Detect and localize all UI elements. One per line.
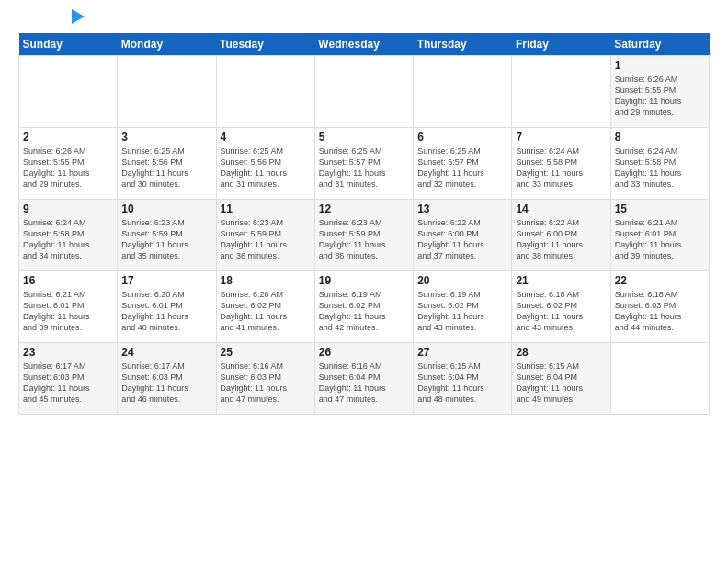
day-cell: 10Sunrise: 6:23 AM Sunset: 5:59 PM Dayli… bbox=[118, 200, 216, 271]
header-cell-thursday: Thursday bbox=[414, 33, 512, 56]
day-info: Sunrise: 6:22 AM Sunset: 6:00 PM Dayligh… bbox=[516, 217, 606, 262]
day-number: 19 bbox=[319, 274, 409, 287]
day-number: 5 bbox=[319, 131, 409, 144]
day-cell bbox=[512, 56, 610, 128]
day-cell: 9Sunrise: 6:24 AM Sunset: 5:58 PM Daylig… bbox=[19, 200, 118, 271]
day-cell bbox=[118, 56, 216, 128]
day-cell: 15Sunrise: 6:21 AM Sunset: 6:01 PM Dayli… bbox=[610, 200, 709, 271]
day-number: 6 bbox=[417, 131, 507, 144]
day-cell: 6Sunrise: 6:25 AM Sunset: 5:57 PM Daylig… bbox=[414, 128, 512, 200]
day-cell: 20Sunrise: 6:19 AM Sunset: 6:02 PM Dayli… bbox=[414, 271, 512, 343]
day-cell: 7Sunrise: 6:24 AM Sunset: 5:58 PM Daylig… bbox=[512, 128, 610, 200]
day-info: Sunrise: 6:15 AM Sunset: 6:04 PM Dayligh… bbox=[417, 361, 507, 406]
day-info: Sunrise: 6:19 AM Sunset: 6:02 PM Dayligh… bbox=[319, 289, 409, 334]
day-cell: 23Sunrise: 6:17 AM Sunset: 6:03 PM Dayli… bbox=[19, 343, 118, 415]
day-cell: 1Sunrise: 6:26 AM Sunset: 5:55 PM Daylig… bbox=[610, 56, 709, 128]
day-cell bbox=[314, 56, 413, 128]
day-info: Sunrise: 6:24 AM Sunset: 5:58 PM Dayligh… bbox=[516, 145, 606, 190]
day-info: Sunrise: 6:23 AM Sunset: 5:59 PM Dayligh… bbox=[319, 217, 409, 262]
day-cell: 8Sunrise: 6:24 AM Sunset: 5:58 PM Daylig… bbox=[610, 128, 709, 200]
day-cell: 24Sunrise: 6:17 AM Sunset: 6:03 PM Dayli… bbox=[118, 343, 216, 415]
day-number: 28 bbox=[516, 346, 606, 359]
day-number: 11 bbox=[221, 202, 311, 215]
page: SundayMondayTuesdayWednesdayThursdayFrid… bbox=[0, 0, 728, 563]
logo bbox=[18, 15, 85, 24]
day-info: Sunrise: 6:19 AM Sunset: 6:02 PM Dayligh… bbox=[417, 289, 507, 334]
day-cell: 14Sunrise: 6:22 AM Sunset: 6:00 PM Dayli… bbox=[512, 200, 610, 271]
day-info: Sunrise: 6:26 AM Sunset: 5:55 PM Dayligh… bbox=[23, 145, 113, 190]
day-cell: 26Sunrise: 6:16 AM Sunset: 6:04 PM Dayli… bbox=[314, 343, 413, 415]
day-number: 10 bbox=[121, 202, 211, 215]
week-row-2: 2Sunrise: 6:26 AM Sunset: 5:55 PM Daylig… bbox=[19, 128, 710, 200]
day-cell bbox=[216, 56, 314, 128]
day-number: 26 bbox=[319, 346, 409, 359]
day-info: Sunrise: 6:23 AM Sunset: 5:59 PM Dayligh… bbox=[121, 217, 211, 262]
header-cell-friday: Friday bbox=[512, 33, 610, 56]
week-row-3: 9Sunrise: 6:24 AM Sunset: 5:58 PM Daylig… bbox=[19, 200, 710, 271]
day-info: Sunrise: 6:20 AM Sunset: 6:02 PM Dayligh… bbox=[221, 289, 311, 334]
day-cell: 12Sunrise: 6:23 AM Sunset: 5:59 PM Dayli… bbox=[314, 200, 413, 271]
day-number: 15 bbox=[615, 202, 705, 215]
day-number: 9 bbox=[23, 202, 113, 215]
logo-arrow-icon bbox=[72, 9, 85, 24]
day-info: Sunrise: 6:25 AM Sunset: 5:57 PM Dayligh… bbox=[417, 145, 507, 190]
day-cell bbox=[610, 343, 709, 415]
day-number: 2 bbox=[23, 131, 113, 144]
day-cell: 28Sunrise: 6:15 AM Sunset: 6:04 PM Dayli… bbox=[512, 343, 610, 415]
day-info: Sunrise: 6:18 AM Sunset: 6:02 PM Dayligh… bbox=[516, 289, 606, 334]
day-number: 21 bbox=[516, 274, 606, 287]
day-info: Sunrise: 6:21 AM Sunset: 6:01 PM Dayligh… bbox=[23, 289, 113, 334]
day-cell: 5Sunrise: 6:25 AM Sunset: 5:57 PM Daylig… bbox=[314, 128, 413, 200]
day-number: 8 bbox=[615, 131, 705, 144]
header-cell-monday: Monday bbox=[118, 33, 216, 56]
day-cell: 13Sunrise: 6:22 AM Sunset: 6:00 PM Dayli… bbox=[414, 200, 512, 271]
day-number: 1 bbox=[615, 59, 705, 72]
day-cell: 25Sunrise: 6:16 AM Sunset: 6:03 PM Dayli… bbox=[216, 343, 314, 415]
day-number: 13 bbox=[417, 202, 507, 215]
day-number: 25 bbox=[221, 346, 311, 359]
day-info: Sunrise: 6:17 AM Sunset: 6:03 PM Dayligh… bbox=[23, 361, 113, 406]
week-row-4: 16Sunrise: 6:21 AM Sunset: 6:01 PM Dayli… bbox=[19, 271, 710, 343]
day-info: Sunrise: 6:18 AM Sunset: 6:03 PM Dayligh… bbox=[615, 289, 705, 334]
week-row-5: 23Sunrise: 6:17 AM Sunset: 6:03 PM Dayli… bbox=[19, 343, 710, 415]
day-info: Sunrise: 6:25 AM Sunset: 5:56 PM Dayligh… bbox=[121, 145, 211, 190]
day-number: 4 bbox=[221, 131, 311, 144]
day-info: Sunrise: 6:15 AM Sunset: 6:04 PM Dayligh… bbox=[516, 361, 606, 406]
week-row-1: 1Sunrise: 6:26 AM Sunset: 5:55 PM Daylig… bbox=[19, 56, 710, 128]
day-info: Sunrise: 6:23 AM Sunset: 5:59 PM Dayligh… bbox=[221, 217, 311, 262]
day-cell: 4Sunrise: 6:25 AM Sunset: 5:56 PM Daylig… bbox=[216, 128, 314, 200]
header-cell-saturday: Saturday bbox=[610, 33, 709, 56]
day-number: 17 bbox=[121, 274, 211, 287]
day-info: Sunrise: 6:21 AM Sunset: 6:01 PM Dayligh… bbox=[615, 217, 705, 262]
day-info: Sunrise: 6:24 AM Sunset: 5:58 PM Dayligh… bbox=[23, 217, 113, 262]
day-number: 24 bbox=[121, 346, 211, 359]
day-info: Sunrise: 6:16 AM Sunset: 6:03 PM Dayligh… bbox=[221, 361, 311, 406]
day-info: Sunrise: 6:16 AM Sunset: 6:04 PM Dayligh… bbox=[319, 361, 409, 406]
day-info: Sunrise: 6:25 AM Sunset: 5:57 PM Dayligh… bbox=[319, 145, 409, 190]
day-number: 20 bbox=[417, 274, 507, 287]
header-cell-tuesday: Tuesday bbox=[216, 33, 314, 56]
day-cell bbox=[19, 56, 118, 128]
calendar-header: SundayMondayTuesdayWednesdayThursdayFrid… bbox=[19, 33, 710, 56]
day-info: Sunrise: 6:26 AM Sunset: 5:55 PM Dayligh… bbox=[615, 74, 705, 119]
calendar-body: 1Sunrise: 6:26 AM Sunset: 5:55 PM Daylig… bbox=[19, 56, 710, 415]
day-info: Sunrise: 6:20 AM Sunset: 6:01 PM Dayligh… bbox=[121, 289, 211, 334]
day-info: Sunrise: 6:25 AM Sunset: 5:56 PM Dayligh… bbox=[221, 145, 311, 190]
day-number: 7 bbox=[516, 131, 606, 144]
header-cell-wednesday: Wednesday bbox=[314, 33, 413, 56]
day-number: 27 bbox=[417, 346, 507, 359]
day-cell: 17Sunrise: 6:20 AM Sunset: 6:01 PM Dayli… bbox=[118, 271, 216, 343]
day-cell: 3Sunrise: 6:25 AM Sunset: 5:56 PM Daylig… bbox=[118, 128, 216, 200]
header bbox=[18, 15, 710, 24]
day-cell: 2Sunrise: 6:26 AM Sunset: 5:55 PM Daylig… bbox=[19, 128, 118, 200]
day-number: 23 bbox=[23, 346, 113, 359]
header-cell-sunday: Sunday bbox=[19, 33, 118, 56]
calendar-table: SundayMondayTuesdayWednesdayThursdayFrid… bbox=[18, 33, 710, 415]
day-cell: 19Sunrise: 6:19 AM Sunset: 6:02 PM Dayli… bbox=[314, 271, 413, 343]
day-cell: 22Sunrise: 6:18 AM Sunset: 6:03 PM Dayli… bbox=[610, 271, 709, 343]
day-cell: 18Sunrise: 6:20 AM Sunset: 6:02 PM Dayli… bbox=[216, 271, 314, 343]
day-cell: 16Sunrise: 6:21 AM Sunset: 6:01 PM Dayli… bbox=[19, 271, 118, 343]
day-cell: 11Sunrise: 6:23 AM Sunset: 5:59 PM Dayli… bbox=[216, 200, 314, 271]
day-cell: 27Sunrise: 6:15 AM Sunset: 6:04 PM Dayli… bbox=[414, 343, 512, 415]
header-row: SundayMondayTuesdayWednesdayThursdayFrid… bbox=[19, 33, 710, 56]
